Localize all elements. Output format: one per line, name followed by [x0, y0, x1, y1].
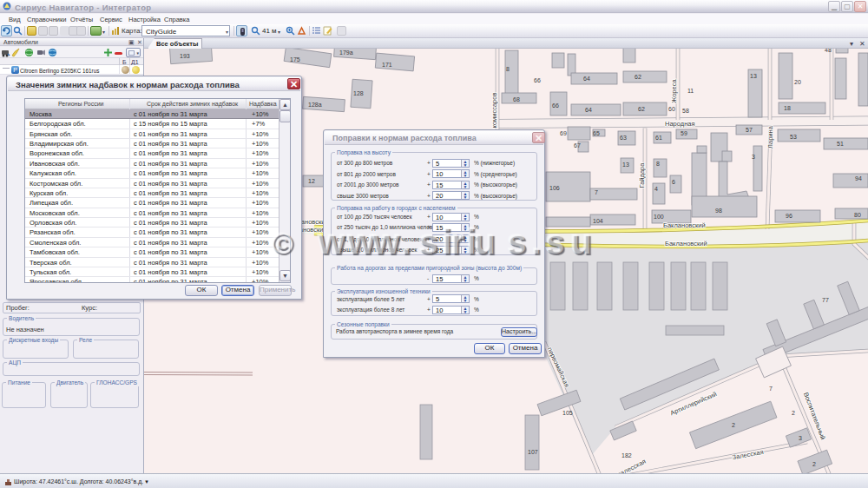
svg-text:Баклановский: Баклановский — [665, 240, 707, 247]
svg-text:8: 8 — [506, 66, 510, 72]
svg-text:128a: 128a — [308, 102, 322, 108]
svg-text:12: 12 — [308, 178, 315, 184]
svg-text:Жореса: Жореса — [670, 79, 678, 103]
svg-text:13: 13 — [750, 73, 757, 79]
svg-text:80: 80 — [854, 212, 861, 218]
svg-text:171: 171 — [382, 62, 392, 68]
svg-text:57: 57 — [746, 127, 753, 133]
svg-text:106: 106 — [549, 185, 560, 191]
svg-text:182: 182 — [621, 452, 632, 458]
svg-text:Народная: Народная — [665, 120, 695, 128]
svg-text:104: 104 — [593, 218, 603, 224]
svg-text:3: 3 — [799, 435, 802, 441]
svg-text:2: 2 — [792, 410, 795, 416]
svg-text:7: 7 — [595, 189, 598, 195]
svg-text:94: 94 — [855, 175, 862, 181]
svg-text:60: 60 — [668, 106, 675, 112]
svg-text:3: 3 — [752, 154, 755, 160]
svg-text:175: 175 — [290, 56, 300, 63]
svg-text:63: 63 — [620, 135, 627, 141]
svg-text:66: 66 — [552, 102, 559, 109]
svg-text:98: 98 — [715, 208, 722, 214]
svg-text:68: 68 — [513, 96, 520, 102]
svg-text:Ларина: Ларина — [766, 125, 774, 148]
svg-text:4: 4 — [654, 186, 658, 192]
svg-text:107: 107 — [528, 449, 538, 455]
svg-text:2: 2 — [732, 422, 735, 428]
svg-text:Баклановский: Баклановский — [663, 221, 706, 229]
svg-text:7: 7 — [769, 386, 773, 392]
svg-text:67: 67 — [574, 142, 581, 148]
svg-text:66: 66 — [534, 77, 541, 83]
svg-text:59: 59 — [681, 130, 687, 136]
svg-text:69: 69 — [560, 130, 567, 136]
svg-text:2: 2 — [812, 461, 816, 467]
svg-text:96: 96 — [786, 213, 792, 219]
svg-text:20: 20 — [794, 79, 801, 85]
svg-text:8: 8 — [656, 161, 660, 167]
svg-text:193: 193 — [180, 53, 190, 59]
svg-text:11: 11 — [687, 88, 694, 94]
svg-text:53: 53 — [790, 134, 797, 140]
svg-text:179a: 179a — [339, 49, 353, 56]
svg-text:58: 58 — [682, 108, 689, 114]
svg-text:62: 62 — [638, 106, 645, 112]
svg-text:64: 64 — [583, 76, 590, 82]
svg-text:61: 61 — [655, 135, 662, 141]
svg-text:77: 77 — [822, 297, 829, 303]
svg-text:62: 62 — [635, 74, 641, 80]
svg-text:48: 48 — [825, 49, 832, 53]
svg-text:18: 18 — [784, 105, 791, 111]
svg-text:51: 51 — [837, 141, 844, 147]
svg-text:13: 13 — [622, 162, 629, 168]
svg-text:100: 100 — [654, 214, 664, 220]
svg-text:6: 6 — [672, 179, 675, 185]
svg-text:128: 128 — [353, 90, 364, 96]
svg-text:65: 65 — [593, 130, 600, 136]
svg-text:64: 64 — [585, 107, 592, 113]
svg-text:комиссаров: комиссаров — [490, 93, 498, 129]
svg-text:Гайдара: Гайдара — [638, 162, 646, 188]
svg-text:105: 105 — [562, 410, 573, 416]
